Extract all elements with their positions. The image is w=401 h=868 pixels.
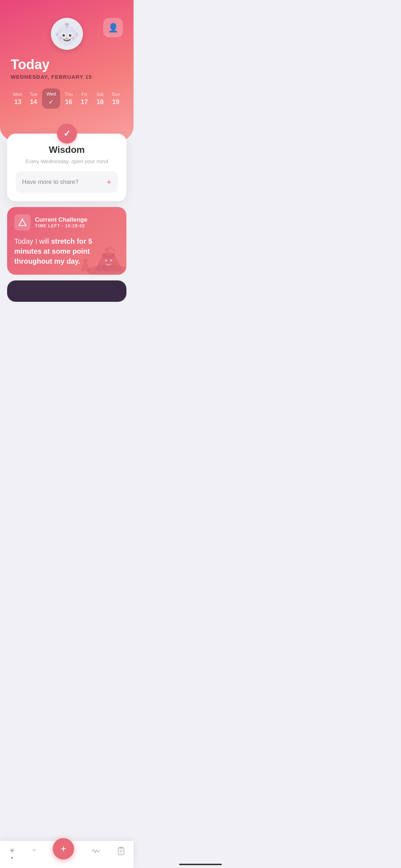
wisdom-subtitle: Every Wednesday, open your mind <box>16 158 118 164</box>
challenge-card[interactable]: Current Challenge TIME LEFT - 10:29:02 T… <box>7 207 126 275</box>
day-thu-name: Thu <box>65 92 73 97</box>
today-label: Today <box>11 57 123 72</box>
day-fri-name: Fri <box>82 92 87 97</box>
avatar <box>51 18 83 50</box>
day-tue-num: 14 <box>30 98 37 106</box>
robot-icon <box>53 20 81 48</box>
svg-point-16 <box>102 252 115 258</box>
svg-point-19 <box>110 259 112 262</box>
profile-icon: 👤 <box>108 23 119 33</box>
day-wed-name: Wed <box>46 91 56 97</box>
day-thu[interactable]: Thu 16 <box>62 92 76 106</box>
day-tue-name: Tue <box>30 92 37 97</box>
wisdom-title: Wisdom <box>16 144 118 155</box>
svg-point-14 <box>22 218 23 220</box>
svg-point-18 <box>105 259 107 262</box>
day-sun[interactable]: Sun 19 <box>109 92 123 106</box>
day-fri[interactable]: Fri 17 <box>77 92 92 106</box>
svg-point-21 <box>109 246 112 249</box>
svg-point-9 <box>63 35 64 35</box>
wisdom-check-icon: ✓ <box>63 129 71 139</box>
challenge-header: Current Challenge TIME LEFT - 10:29:02 <box>14 214 119 231</box>
content-area: ✓ Wisdom Every Wednesday, open your mind… <box>0 134 134 337</box>
challenge-body: Today I will stretch for 5 minutes at so… <box>14 236 93 266</box>
day-tue[interactable]: Tue 14 <box>26 92 41 106</box>
challenge-title: Current Challenge <box>35 216 87 223</box>
day-mon-num: 13 <box>14 98 21 106</box>
mountain-icon <box>17 218 27 227</box>
day-mon[interactable]: Mon 13 <box>11 92 25 106</box>
day-mon-name: Mon <box>13 92 22 97</box>
day-wed[interactable]: Wed ✓ <box>42 88 60 109</box>
day-sun-name: Sun <box>111 92 120 97</box>
checkmark-icon: ✓ <box>48 98 54 106</box>
svg-rect-1 <box>56 32 58 37</box>
svg-point-20 <box>105 248 109 252</box>
dark-card-peek <box>7 280 126 302</box>
day-thu-num: 16 <box>65 98 72 106</box>
challenge-timer: TIME LEFT - 10:29:02 <box>35 223 87 228</box>
share-row[interactable]: Have more to share? + <box>16 171 118 193</box>
avatar-area: 👤 <box>11 18 123 50</box>
week-row: Mon 13 Tue 14 Wed ✓ Thu 16 Fri 17 Sat 18… <box>11 88 123 109</box>
svg-rect-4 <box>65 23 69 25</box>
date-label: WEDNESDAY, FEBRUARY 15 <box>11 74 123 80</box>
svg-point-22 <box>112 248 115 251</box>
wisdom-check-badge: ✓ <box>57 124 77 144</box>
svg-point-12 <box>59 37 63 39</box>
challenge-icon-bg <box>14 214 31 231</box>
day-sun-num: 19 <box>112 98 119 106</box>
day-fri-num: 17 <box>81 98 88 106</box>
svg-point-0 <box>57 25 77 45</box>
day-sat-num: 18 <box>97 98 104 106</box>
share-text: Have more to share? <box>22 179 79 186</box>
svg-point-11 <box>65 38 69 40</box>
challenge-title-group: Current Challenge TIME LEFT - 10:29:02 <box>35 216 87 228</box>
challenge-body-text: Today I will <box>14 237 51 245</box>
svg-point-13 <box>71 37 75 39</box>
day-sat[interactable]: Sat 18 <box>93 92 107 106</box>
svg-rect-2 <box>76 32 78 37</box>
wisdom-card: ✓ Wisdom Every Wednesday, open your mind… <box>7 134 126 201</box>
day-sat-name: Sat <box>97 92 104 97</box>
profile-button[interactable]: 👤 <box>103 18 123 37</box>
add-wisdom-icon[interactable]: + <box>106 177 111 187</box>
svg-point-10 <box>70 35 71 35</box>
header-section: 👤 Today WEDNESDAY, FEBRUARY 15 Mon 13 Tu… <box>0 0 134 141</box>
svg-point-8 <box>69 34 71 37</box>
svg-point-7 <box>62 34 65 37</box>
